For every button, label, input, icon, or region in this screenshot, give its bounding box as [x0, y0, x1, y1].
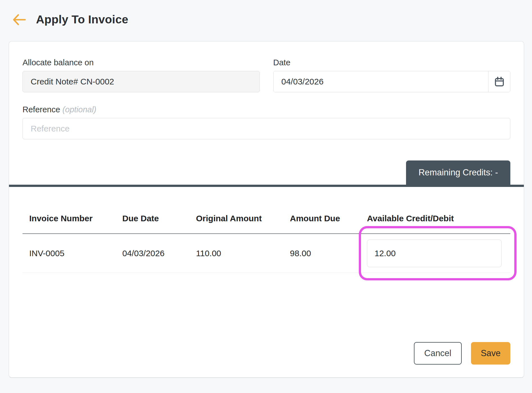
col-header-available-credit: Available Credit/Debit [367, 214, 510, 223]
table-row: INV-0005 04/03/2026 110.00 98.00 [22, 234, 510, 273]
allocate-label: Allocate balance on [22, 58, 260, 67]
cancel-button[interactable]: Cancel [414, 342, 462, 365]
form-area: Allocate balance on Date [9, 41, 524, 185]
allocate-input [22, 71, 260, 92]
page-header: Apply To Invoice [0, 0, 532, 41]
cell-available-credit [367, 234, 510, 273]
col-header-amount-due: Amount Due [290, 214, 367, 223]
reference-label-row: Reference (optional) [22, 105, 510, 114]
action-buttons: Cancel Save [22, 342, 510, 378]
cell-due-date: 04/03/2026 [122, 249, 196, 258]
invoice-table: Invoice Number Due Date Original Amount … [9, 187, 524, 378]
cell-invoice-number: INV-0005 [22, 249, 122, 258]
cell-original-amount: 110.00 [196, 249, 290, 258]
page: Apply To Invoice Allocate balance on Dat… [0, 0, 532, 393]
reference-optional-label: (optional) [62, 105, 96, 114]
date-input[interactable] [274, 71, 488, 92]
date-picker-button[interactable] [488, 71, 510, 92]
arrow-left-icon [12, 14, 26, 26]
reference-label: Reference [22, 105, 60, 114]
reference-field: Reference (optional) [22, 105, 510, 139]
save-button[interactable]: Save [471, 342, 510, 365]
available-credit-input[interactable] [367, 240, 502, 267]
reference-input[interactable] [22, 118, 510, 139]
col-header-due-date: Due Date [122, 214, 196, 223]
col-header-invoice-number: Invoice Number [22, 214, 122, 223]
remaining-credits-badge: Remaining Credits: - [406, 160, 510, 185]
apply-to-invoice-card: Allocate balance on Date [9, 41, 524, 378]
section-divider [9, 185, 524, 187]
date-label: Date [273, 58, 511, 67]
cell-amount-due: 98.00 [290, 249, 367, 258]
allocate-field: Allocate balance on [22, 58, 260, 92]
table-header-row: Invoice Number Due Date Original Amount … [22, 187, 510, 234]
date-input-group [273, 71, 511, 92]
back-button[interactable] [11, 13, 27, 26]
col-header-original-amount: Original Amount [196, 214, 290, 223]
page-title: Apply To Invoice [36, 13, 128, 26]
date-field: Date [273, 58, 511, 92]
calendar-icon [493, 76, 505, 88]
